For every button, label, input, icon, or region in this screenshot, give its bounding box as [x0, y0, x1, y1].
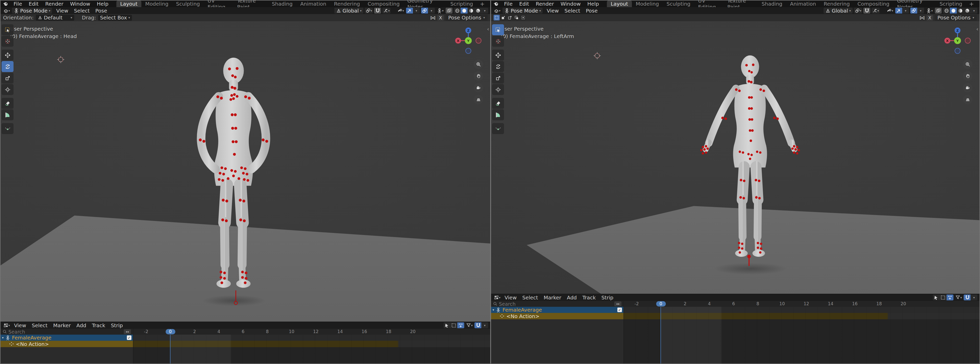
frame-tick[interactable]: 8	[746, 301, 770, 307]
shading-options-caret[interactable]	[481, 8, 488, 14]
proportional-falloff-dropdown[interactable]	[872, 8, 880, 14]
app-menu-item[interactable]: Help	[94, 0, 112, 7]
frame-tick[interactable]: 4	[207, 329, 231, 335]
xray-toggle[interactable]	[445, 8, 452, 14]
frame-tick[interactable]: 0	[649, 301, 673, 307]
channel-enable-checkbox[interactable]: ✓	[617, 308, 622, 312]
gizmo-z-negative[interactable]	[955, 48, 960, 54]
app-menu-item[interactable]: Render	[42, 0, 67, 7]
mirror-x-toggle[interactable]: X	[926, 15, 933, 21]
transform-gizmo-toggle[interactable]	[895, 8, 902, 14]
nla-tweak-tool[interactable]	[444, 322, 450, 328]
editor-type-3d-viewport-icon[interactable]	[3, 8, 11, 14]
tool-cursor[interactable]	[2, 36, 14, 47]
channel-action-row[interactable]: <No Action>	[491, 313, 624, 319]
tool-measure[interactable]	[492, 109, 504, 120]
tool-scale[interactable]	[492, 73, 504, 83]
workspace-tab[interactable]: Rendering	[820, 0, 853, 7]
workspace-tab[interactable]: Animation	[296, 0, 330, 7]
tool-measure[interactable]	[2, 109, 14, 120]
channel-armature-row[interactable]: ▾ FemaleAverage ✓	[0, 335, 133, 341]
nla-menu-item[interactable]: View	[11, 322, 29, 329]
workspace-tab[interactable]: Geometry Nodes	[893, 0, 936, 7]
show-gizmo-dropdown[interactable]	[886, 8, 894, 14]
show-gizmo-dropdown[interactable]	[396, 8, 405, 14]
frame-tick[interactable]: 20	[401, 329, 425, 335]
workspace-tab[interactable]: Animation	[786, 0, 820, 7]
nla-menu-item[interactable]: Strip	[598, 295, 616, 301]
track-action-strip-area[interactable]	[624, 313, 980, 319]
workspace-tab[interactable]: UV Editing	[694, 0, 724, 7]
app-menu-item[interactable]: Help	[584, 0, 602, 7]
gizmo-z-negative[interactable]	[466, 48, 471, 54]
transform-orientation-dropdown[interactable]: Global	[824, 8, 853, 14]
shading-material-button[interactable]	[468, 8, 474, 14]
nla-keyframe-tool[interactable]	[457, 322, 464, 328]
expand-channels-button[interactable]: ↔	[614, 302, 621, 306]
tool-annotate[interactable]	[492, 98, 504, 109]
navigation-gizmo[interactable]: Z X Y	[942, 25, 973, 56]
frame-tick[interactable]: 14	[328, 329, 352, 335]
editor-type-3d-viewport-icon[interactable]	[493, 8, 501, 14]
show-overlays-toggle[interactable]	[421, 8, 428, 14]
frame-tick[interactable]: 8	[255, 329, 280, 335]
frame-tick[interactable]: 12	[794, 301, 818, 307]
tool-rotate[interactable]	[492, 61, 504, 72]
drag-dropdown[interactable]: Select Box	[98, 15, 132, 21]
viewport-menu-item[interactable]: View	[544, 8, 562, 14]
frame-tick[interactable]: 10	[280, 329, 304, 335]
pose-options-dropdown[interactable]: Pose Options	[935, 15, 977, 21]
workspace-tab[interactable]: Sculpting	[172, 0, 204, 7]
workspace-tab[interactable]: Texture Paint	[724, 0, 758, 7]
frame-tick[interactable]: 20	[891, 301, 915, 307]
character-model-femaleaverage[interactable]	[166, 52, 301, 303]
ortho-perspective-button[interactable]	[963, 95, 972, 104]
nla-menu-item[interactable]: Track	[89, 322, 108, 329]
frame-tick[interactable]: 18	[376, 329, 401, 335]
frame-tick[interactable]: 18	[867, 301, 891, 307]
tool-transform[interactable]	[2, 84, 14, 95]
frame-ruler[interactable]: -202468101214161820	[624, 301, 980, 307]
nla-menu-item[interactable]: Marker	[50, 322, 73, 329]
workspace-tab[interactable]: Compositing	[364, 0, 404, 7]
workspace-tab[interactable]: Texture Paint	[233, 0, 268, 7]
camera-view-button[interactable]	[474, 83, 483, 93]
playhead[interactable]	[660, 307, 661, 364]
channel-search-input[interactable]	[8, 329, 122, 335]
tool-pose-breakdowner[interactable]	[492, 123, 504, 134]
nla-menu-item[interactable]: View	[502, 295, 519, 301]
chevron-down-icon[interactable]: ▾	[2, 336, 3, 340]
workspace-tab[interactable]: Modeling	[632, 0, 663, 7]
nla-menu-item[interactable]: Add	[564, 295, 579, 301]
chevron-down-icon[interactable]: ▾	[493, 308, 494, 311]
orientation-dropdown[interactable]: Default	[36, 15, 74, 21]
mode-dropdown[interactable]: Pose Mode	[503, 8, 542, 14]
shading-solid-button[interactable]	[950, 8, 957, 14]
xray-toggle[interactable]	[935, 8, 942, 14]
overlays-options-caret[interactable]	[428, 8, 435, 14]
workspace-tab[interactable]: Rendering	[330, 0, 364, 7]
pose-bone-markers[interactable]	[199, 67, 268, 284]
track-armature-strip-area[interactable]	[133, 335, 490, 341]
pan-hand-button[interactable]	[963, 71, 972, 81]
nla-box-select-tool[interactable]	[940, 295, 947, 300]
nla-menu-item[interactable]: Add	[73, 322, 89, 329]
workspace-tab[interactable]: Layout	[607, 0, 632, 7]
blender-logo-icon[interactable]	[493, 0, 499, 7]
nla-menu-item[interactable]: Strip	[108, 322, 126, 329]
workspace-tab[interactable]: Scripting	[447, 0, 477, 7]
workspace-tab[interactable]: Sculpting	[663, 0, 694, 7]
expand-channels-button[interactable]: ↔	[124, 329, 131, 334]
track-armature-strip-area[interactable]	[624, 307, 980, 313]
workspace-tab[interactable]: Shading	[268, 0, 296, 7]
select-mode-subtract[interactable]	[507, 15, 513, 21]
track-action-strip-area[interactable]	[133, 341, 490, 347]
tool-pose-breakdowner[interactable]	[2, 123, 14, 134]
app-menu-item[interactable]: Window	[557, 0, 584, 7]
shading-rendered-button[interactable]	[964, 8, 970, 14]
channel-action-row[interactable]: <No Action>	[0, 341, 133, 347]
app-menu-item[interactable]: File	[10, 0, 25, 7]
gizmo-x-negative[interactable]	[476, 38, 481, 43]
pivot-point-dropdown[interactable]	[365, 8, 373, 14]
snap-magnet-toggle[interactable]	[374, 8, 381, 14]
